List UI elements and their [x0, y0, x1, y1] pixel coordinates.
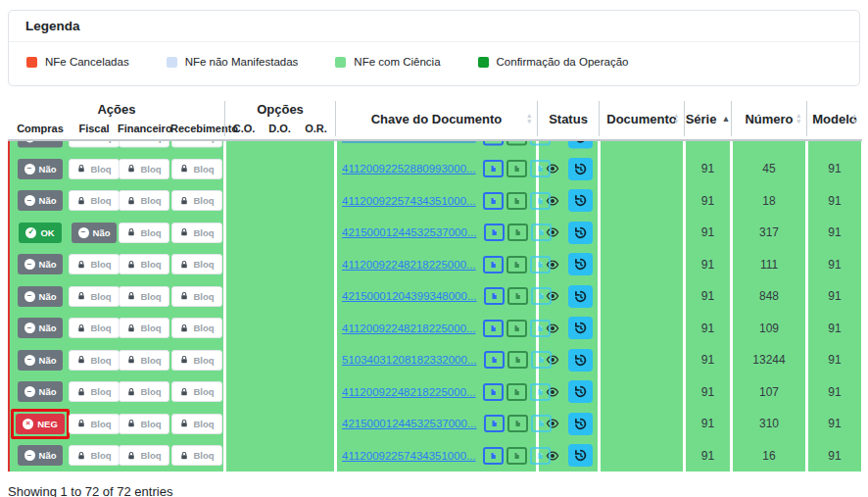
action-nao-button[interactable]: −Não [18, 286, 64, 307]
doc-file-blue-button[interactable] [483, 160, 504, 177]
action-nao-button[interactable]: −Não [18, 190, 64, 211]
action-nao-button[interactable]: −Não [18, 350, 64, 371]
doc-file-cyan-button[interactable] [531, 224, 552, 241]
doc-file-blue-button[interactable] [484, 224, 505, 241]
doc-file-green-button[interactable] [506, 141, 527, 146]
action-bloq-button[interactable]: Bloq [171, 254, 221, 274]
action-bloq-button[interactable]: Bloq [69, 159, 119, 179]
doc-file-blue-button[interactable] [483, 256, 504, 273]
document-key-link[interactable]: 41120092252880993000... [342, 163, 476, 174]
doc-file-green-button[interactable] [506, 320, 527, 337]
doc-file-blue-button[interactable] [483, 447, 504, 465]
doc-file-green-button[interactable] [507, 351, 528, 369]
action-bloq-button[interactable]: Bloq [69, 190, 119, 211]
action-bloq-button[interactable]: Bloq [171, 286, 221, 307]
doc-file-cyan-button[interactable] [530, 383, 551, 401]
doc-file-cyan-button[interactable] [530, 160, 551, 177]
doc-file-green-button[interactable] [506, 192, 527, 210]
document-key-link[interactable]: 41120092257434351000... [342, 195, 476, 207]
action-bloq-button[interactable]: Bloq [171, 381, 221, 402]
history-button[interactable] [568, 189, 593, 212]
action-bloq-button[interactable]: Bloq [69, 141, 119, 147]
action-bloq-button[interactable]: Bloq [69, 445, 119, 466]
action-ok-button[interactable]: ✓OK [19, 223, 61, 243]
action-nao-button[interactable]: −Não [18, 141, 64, 147]
doc-file-green-button[interactable] [506, 256, 527, 273]
action-bloq-button[interactable]: Bloq [69, 350, 119, 371]
doc-file-green-button[interactable] [507, 415, 528, 432]
doc-file-cyan-button[interactable] [531, 351, 552, 369]
history-button[interactable] [568, 141, 593, 148]
history-button[interactable] [568, 444, 593, 467]
history-button[interactable] [568, 413, 593, 435]
action-bloq-button[interactable]: Bloq [119, 190, 169, 211]
doc-file-cyan-button[interactable] [530, 256, 551, 273]
history-button[interactable] [568, 253, 593, 275]
action-bloq-button[interactable]: Bloq [119, 414, 169, 434]
action-neg-button[interactable]: ×NEG [16, 414, 65, 434]
document-key-link[interactable]: 41120092252880993000... [342, 141, 476, 143]
action-nao-button[interactable]: −Não [72, 223, 118, 243]
action-bloq-button[interactable]: Bloq [119, 286, 169, 307]
action-nao-button[interactable]: −Não [18, 318, 64, 338]
doc-file-cyan-button[interactable] [530, 320, 551, 337]
doc-file-green-button[interactable] [507, 287, 528, 305]
action-bloq-button[interactable]: Bloq [69, 381, 119, 402]
document-key-link[interactable]: 41120092248218225000... [342, 386, 476, 398]
history-button[interactable] [568, 285, 593, 308]
action-bloq-button[interactable]: Bloq [171, 414, 221, 434]
action-bloq-button[interactable]: Bloq [69, 318, 119, 338]
doc-file-green-button[interactable] [507, 224, 528, 241]
action-bloq-button[interactable]: Bloq [119, 318, 169, 338]
action-bloq-button[interactable]: Bloq [119, 254, 169, 274]
history-button[interactable] [568, 222, 593, 244]
doc-file-green-button[interactable] [506, 160, 527, 177]
document-key-link[interactable]: 41120092257434351000... [342, 450, 476, 462]
column-header-modelo[interactable]: Modelo ▴▾ [808, 98, 861, 139]
action-bloq-button[interactable]: Bloq [69, 414, 119, 434]
doc-file-blue-button[interactable] [483, 192, 504, 210]
document-key-link[interactable]: 41120092248218225000... [342, 323, 476, 334]
action-bloq-button[interactable]: Bloq [69, 286, 119, 307]
document-key-link[interactable]: 42150001244532537000... [342, 226, 477, 238]
action-nao-button[interactable]: −Não [18, 159, 64, 179]
column-header-serie[interactable]: Série ▲ [686, 98, 730, 139]
action-bloq-button[interactable]: Bloq [119, 141, 169, 147]
doc-file-blue-button[interactable] [484, 351, 505, 369]
doc-file-cyan-button[interactable] [530, 447, 551, 465]
column-header-numero[interactable]: Número ▴▾ [733, 98, 805, 139]
document-key-link[interactable]: 42150001244532537000... [342, 418, 477, 429]
doc-file-blue-button[interactable] [483, 320, 504, 337]
doc-file-blue-button[interactable] [484, 415, 505, 432]
doc-file-blue-button[interactable] [484, 287, 505, 305]
action-nao-button[interactable]: −Não [18, 254, 64, 274]
action-bloq-button[interactable]: Bloq [171, 445, 221, 466]
doc-file-blue-button[interactable] [483, 141, 504, 146]
doc-file-cyan-button[interactable] [531, 415, 552, 432]
action-bloq-button[interactable]: Bloq [119, 381, 169, 402]
column-header-chave-do-documento[interactable]: Chave do Documento ▴▾ [337, 98, 536, 139]
action-bloq-button[interactable]: Bloq [171, 223, 221, 243]
action-bloq-button[interactable]: Bloq [119, 223, 169, 243]
action-bloq-button[interactable]: Bloq [119, 445, 169, 466]
action-bloq-button[interactable]: Bloq [119, 159, 169, 179]
action-bloq-button[interactable]: Bloq [171, 190, 221, 211]
action-bloq-button[interactable]: Bloq [69, 254, 119, 274]
doc-file-blue-button[interactable] [483, 383, 504, 401]
action-nao-button[interactable]: −Não [18, 445, 64, 466]
history-button[interactable] [568, 317, 593, 339]
history-button[interactable] [568, 380, 593, 403]
doc-file-cyan-button[interactable] [530, 141, 551, 146]
doc-file-green-button[interactable] [506, 383, 527, 401]
action-nao-button[interactable]: −Não [18, 381, 64, 402]
doc-file-green-button[interactable] [506, 447, 527, 465]
action-bloq-button[interactable]: Bloq [171, 141, 221, 147]
action-bloq-button[interactable]: Bloq [119, 350, 169, 371]
history-button[interactable] [568, 158, 593, 180]
column-header-documento[interactable]: Documento ▴▾ [601, 98, 683, 139]
action-bloq-button[interactable]: Bloq [171, 318, 221, 338]
action-bloq-button[interactable]: Bloq [171, 159, 221, 179]
doc-file-cyan-button[interactable] [530, 192, 551, 210]
document-key-link[interactable]: 51034031208182332000... [342, 354, 477, 366]
document-key-link[interactable]: 41120092248218225000... [342, 259, 476, 271]
